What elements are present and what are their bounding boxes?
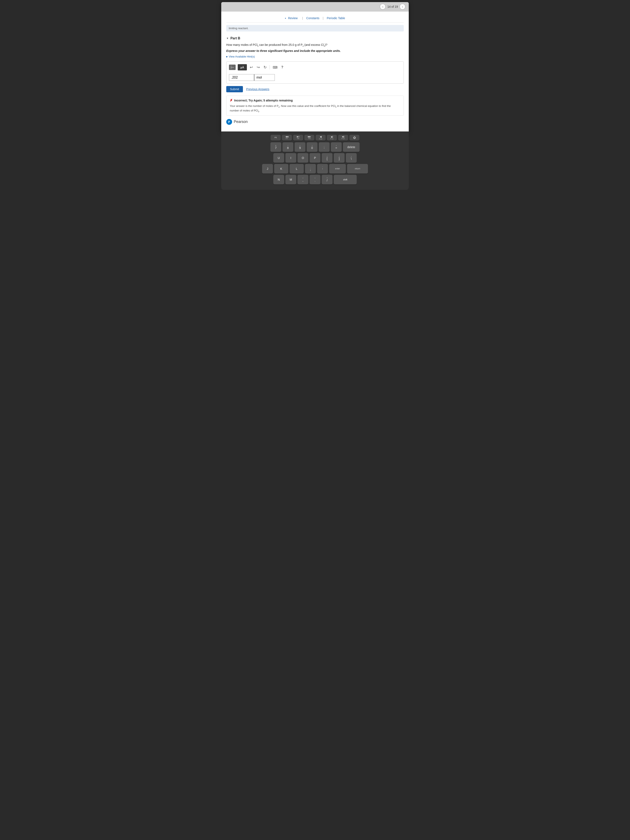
error-x-icon: ✗ [230, 98, 232, 102]
uiop-key-row: U I O P { [ } ] | \ [226, 153, 404, 163]
key-f6[interactable]: F6 [271, 135, 281, 141]
review-bar: ▪ Review | Constants | Periodic Table [226, 15, 404, 22]
part-b-section: ▼ Part B How many moles of PCl5 can be p… [226, 35, 404, 126]
submit-row: Submit Previous Answers [226, 86, 404, 92]
hint-link[interactable]: View Available Hint(s) [226, 55, 404, 58]
next-page-button[interactable]: › [399, 4, 406, 9]
key-enter[interactable]: enter [329, 164, 346, 174]
key-quote[interactable]: " ' [317, 164, 328, 174]
key-return[interactable]: return [347, 164, 368, 174]
keyboard-area: F6 ◀◀ F7 ▶II F8 ▶▶ F9 ◀ F10 ◀) F11 ◀)) F… [221, 131, 409, 190]
undo-button[interactable]: ↩ [249, 65, 254, 70]
error-title: ✗ Incorrect; Try Again; 5 attempts remai… [230, 98, 400, 102]
prev-page-button[interactable]: ‹ [380, 4, 385, 9]
key-shift-right[interactable]: shift [334, 175, 357, 185]
fn-key-row: F6 ◀◀ F7 ▶II F8 ▶▶ F9 ◀ F10 ◀) F11 ◀)) F… [226, 135, 404, 141]
separator-1: | [302, 16, 303, 20]
key-l[interactable]: L [290, 164, 304, 174]
jkl-key-row: J K L : ; " ' enter return [226, 164, 404, 174]
keyboard-button[interactable]: ⌨ [272, 65, 278, 70]
error-title-text: Incorrect; Try Again; 5 attempts remaini… [234, 99, 293, 102]
top-navigation-bar: ‹ 14 of 19 › [221, 2, 409, 11]
refresh-button[interactable]: ↻ [263, 65, 267, 70]
limiting-reactant-text: limiting reactant. [226, 25, 404, 32]
part-b-title: Part B [231, 36, 240, 40]
key-bracket-right[interactable]: } ] [334, 153, 344, 163]
key-delete[interactable]: delete [343, 142, 360, 152]
fraction-icon[interactable]: □□ [229, 65, 235, 70]
help-button[interactable]: ? [280, 65, 284, 69]
answer-toolbar: □□ μÀ ↩ ↪ ↻ ⌨ ? [229, 64, 401, 72]
key-j[interactable]: J [262, 164, 273, 174]
answer-input-box: □□ μÀ ↩ ↪ ↻ ⌨ ? [226, 62, 404, 84]
separator-2: | [323, 16, 324, 20]
laptop-screen: ‹ 14 of 19 › ▪ Review | Constants | Peri… [221, 2, 409, 131]
nav-controls: ‹ 14 of 19 › [380, 4, 406, 9]
periodic-table-link[interactable]: Periodic Table [327, 16, 345, 20]
key-f8[interactable]: ▶II F8 [293, 135, 303, 141]
key-f7[interactable]: ◀◀ F7 [282, 135, 292, 141]
key-slash[interactable]: ? / [322, 175, 333, 185]
part-b-header: ▼ Part B [226, 36, 404, 40]
submit-button[interactable]: Submit [226, 86, 243, 92]
key-i[interactable]: I [286, 153, 296, 163]
key-minus[interactable]: _ - [319, 142, 330, 152]
pearson-brand-name: Pearson [234, 120, 248, 124]
key-semicolon[interactable]: : ; [305, 164, 316, 174]
mu-icon[interactable]: μÀ [238, 64, 247, 70]
page-indicator: 14 of 19 [387, 5, 398, 8]
collapse-arrow-icon[interactable]: ▼ [226, 37, 229, 40]
key-comma[interactable]: < , [297, 175, 308, 185]
key-m[interactable]: M [286, 175, 296, 185]
pearson-logo-icon: P [226, 119, 232, 125]
key-bracket-left[interactable]: { [ [322, 153, 333, 163]
key-0[interactable]: ) 0 [307, 142, 317, 152]
answer-value-input[interactable] [229, 74, 254, 81]
key-power[interactable]: ⏻ [349, 135, 359, 141]
input-row [229, 74, 401, 81]
key-equals[interactable]: + = [331, 142, 342, 152]
key-p[interactable]: P [309, 153, 321, 163]
key-7[interactable]: & 7 [270, 142, 281, 152]
key-period[interactable]: > . [309, 175, 321, 185]
express-text: Express your answer to three significant… [226, 49, 404, 52]
number-key-row: & 7 * 8 ( 9 ) 0 _ - + = delete [226, 142, 404, 152]
key-k[interactable]: K [274, 164, 288, 174]
pearson-logo-area: P Pearson [226, 119, 404, 125]
key-f12[interactable]: ◀)) F12 [338, 135, 348, 141]
review-link[interactable]: ▪ Review [285, 16, 300, 20]
key-backslash[interactable]: | \ [346, 153, 357, 163]
main-content: ▪ Review | Constants | Periodic Table li… [221, 11, 409, 131]
key-9[interactable]: ( 9 [295, 142, 305, 152]
redo-button[interactable]: ↪ [256, 65, 261, 70]
key-f10[interactable]: ◀ F10 [316, 135, 325, 141]
nm-key-row: N M < , > . ? / shift [226, 175, 404, 185]
previous-answers-link[interactable]: Previous Answers [246, 87, 269, 91]
key-f11[interactable]: ◀) F11 [327, 135, 337, 141]
error-message-box: ✗ Incorrect; Try Again; 5 attempts remai… [226, 96, 404, 115]
error-message-text: Your answer is the number of moles of P4… [230, 104, 400, 113]
key-o[interactable]: O [297, 153, 308, 163]
key-f9[interactable]: ▶▶ F9 [305, 135, 314, 141]
key-8[interactable]: * 8 [283, 142, 293, 152]
key-u[interactable]: U [273, 153, 284, 163]
unit-input[interactable] [254, 74, 275, 81]
question-text: How many moles of PCl5 can be produced f… [226, 43, 404, 47]
constants-link[interactable]: Constants [306, 16, 319, 20]
key-n[interactable]: N [273, 175, 284, 185]
